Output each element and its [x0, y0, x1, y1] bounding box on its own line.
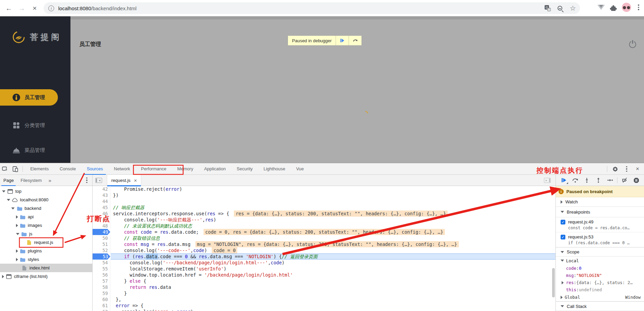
line-number[interactable]: 56	[93, 272, 110, 278]
vue-devtools-icon[interactable]	[597, 5, 605, 10]
tree-expander-icon[interactable]	[7, 199, 10, 201]
step-over-script-icon[interactable]	[349, 36, 361, 45]
stop-button[interactable]: ×	[29, 3, 40, 14]
scope-var-code[interactable]: code: 0	[556, 265, 644, 272]
line-number[interactable]: 55	[93, 266, 110, 272]
line-number[interactable]: 57	[93, 278, 110, 284]
step-into-icon[interactable]	[582, 176, 592, 185]
code-line-content[interactable]: error => {	[111, 302, 556, 309]
devtools-tab-console[interactable]: Console	[54, 163, 81, 175]
callstack-section-header[interactable]: Call Stack	[556, 301, 644, 311]
code-line-content[interactable]: const msg = res.data.msgmsg = "NOTLOGIN"…	[111, 241, 556, 247]
devtools-menu-icon[interactable]	[622, 165, 632, 173]
scope-var-msg[interactable]: msg: "NOTLOGIN"	[556, 272, 644, 279]
pause-on-exceptions-icon[interactable]	[631, 176, 641, 185]
code-line-content[interactable]: window.top.location.href = '/backend/pag…	[111, 272, 556, 278]
code-line-content[interactable]: console.log('err' + error)	[111, 309, 556, 311]
sidebar-item-3[interactable]: 菜品管理	[0, 142, 58, 158]
scope-var-this[interactable]: this: undefined	[556, 286, 644, 293]
collapse-navigator-icon[interactable]	[95, 178, 102, 183]
editor-scrollbar[interactable]	[552, 268, 555, 297]
line-number[interactable]: 46	[93, 211, 110, 217]
browser-menu-icon[interactable]	[636, 4, 641, 10]
tree-item-localhost-8080[interactable]: localhost:8080	[0, 196, 92, 204]
inspect-element-icon[interactable]	[0, 165, 10, 173]
line-number[interactable]: 47	[93, 217, 110, 223]
devtools-tab-application[interactable]: Application	[199, 163, 231, 175]
resume-script-icon[interactable]	[336, 36, 349, 45]
more-tabs-icon[interactable]: »	[45, 177, 55, 183]
navigator-tab-page[interactable]: Page	[0, 175, 17, 186]
scope-local-header[interactable]: Local	[556, 256, 644, 265]
extensions-puzzle-icon[interactable]	[610, 4, 617, 11]
code-line-content[interactable]: console.log('---响应拦截器---',res)	[111, 217, 556, 223]
deactivate-breakpoints-icon[interactable]	[619, 176, 630, 185]
tree-item-index-html[interactable]: index.html	[0, 264, 92, 272]
code-view[interactable]: 42Promise.reject(error)43})4445// 响应拦截器4…	[93, 186, 556, 311]
breakpoints-section-header[interactable]: Breakpoints	[556, 207, 644, 217]
step-icon[interactable]	[605, 176, 615, 185]
breakpoint-checkbox[interactable]: ✓	[561, 220, 565, 224]
code-line-content[interactable]: Promise.reject(error)	[111, 186, 556, 192]
code-line-content[interactable]: },	[111, 296, 556, 302]
code-line-content[interactable]: service.interceptors.response.use(res =>…	[111, 211, 556, 217]
line-number[interactable]: 44	[93, 198, 110, 204]
breakpoint-checkbox[interactable]: ✓	[561, 235, 565, 239]
code-line-content[interactable]: localStorage.removeItem('userInfo')	[111, 266, 556, 272]
tree-item-plugins[interactable]: plugins	[0, 247, 92, 255]
line-number[interactable]: 48	[93, 223, 110, 229]
address-bar[interactable]: i localhost:8080/backend/index.html G 文 …	[44, 2, 580, 14]
watch-section-header[interactable]: Watch	[556, 197, 644, 207]
app-logo[interactable]: 菩提阁	[12, 30, 62, 44]
code-line-content[interactable]: }	[111, 290, 556, 296]
devtools-tab-performance[interactable]: Performance	[135, 163, 172, 175]
line-number[interactable]: 62	[93, 309, 110, 311]
step-over-icon[interactable]	[570, 176, 580, 185]
back-button[interactable]: ←	[3, 3, 14, 14]
profile-avatar[interactable]	[622, 3, 631, 12]
breakpoint-entry-2[interactable]: ✓request.js:53if (res.data.code === 0 …	[556, 232, 644, 247]
line-number[interactable]: 59	[93, 290, 110, 296]
tree-expander-icon[interactable]	[16, 233, 19, 235]
line-number[interactable]: 61	[93, 302, 110, 309]
tree-item-request-js[interactable]: request.js	[0, 238, 92, 247]
line-number-breakpoint[interactable]: 49	[93, 229, 110, 235]
code-line-content[interactable]: // 获取错误信息	[111, 235, 556, 241]
devtools-tab-sources[interactable]: Sources	[81, 163, 109, 175]
navigator-menu-icon[interactable]	[84, 177, 90, 183]
file-tab-request-js[interactable]: request.js ×	[107, 175, 141, 186]
tree-expander-icon[interactable]	[11, 207, 15, 209]
line-number-breakpoint[interactable]: 53	[93, 253, 110, 260]
code-line-content[interactable]: return res.data	[111, 284, 556, 290]
scope-section-header[interactable]: Scope	[556, 247, 644, 256]
code-line-content[interactable]: const code = res.data.code;code = 0, res…	[111, 229, 556, 235]
tree-item-backend[interactable]: backend	[0, 204, 92, 213]
tree-item-top[interactable]: top	[0, 187, 92, 196]
logout-power-icon[interactable]	[629, 41, 636, 48]
tree-expander-icon[interactable]	[16, 249, 18, 253]
tree-item-api[interactable]: api	[0, 213, 92, 221]
tree-item-styles[interactable]: styles	[0, 255, 92, 264]
devtools-close-icon[interactable]: ×	[633, 165, 642, 173]
line-number[interactable]: 45	[93, 204, 110, 211]
code-line-content[interactable]: if (res.data.code === 0 && res.data.msg …	[111, 253, 556, 260]
tree-expander-icon[interactable]	[16, 215, 18, 219]
code-line-content[interactable]: } else {	[111, 278, 556, 284]
devtools-tab-memory[interactable]: Memory	[172, 163, 199, 175]
devtools-tab-vue[interactable]: Vue	[291, 163, 309, 175]
scope-global-row[interactable]: Global Window	[556, 293, 644, 301]
line-number[interactable]: 52	[93, 247, 110, 253]
line-number[interactable]: 60	[93, 296, 110, 302]
line-number[interactable]: 58	[93, 284, 110, 290]
device-toolbar-icon[interactable]	[10, 165, 20, 173]
settings-gear-icon[interactable]	[610, 165, 620, 173]
zoom-out-icon[interactable]	[556, 4, 564, 12]
line-number[interactable]: 42	[93, 186, 110, 192]
navigator-tab-filesystem[interactable]: Filesystem	[17, 175, 45, 186]
tree-item-js[interactable]: js	[0, 230, 92, 238]
resume-icon[interactable]	[559, 176, 569, 185]
step-out-icon[interactable]	[593, 176, 603, 185]
line-number[interactable]: 54	[93, 260, 110, 266]
code-line-content[interactable]: console.log('---code---',code)code = 0	[111, 247, 556, 253]
forward-button[interactable]: →	[16, 3, 27, 14]
